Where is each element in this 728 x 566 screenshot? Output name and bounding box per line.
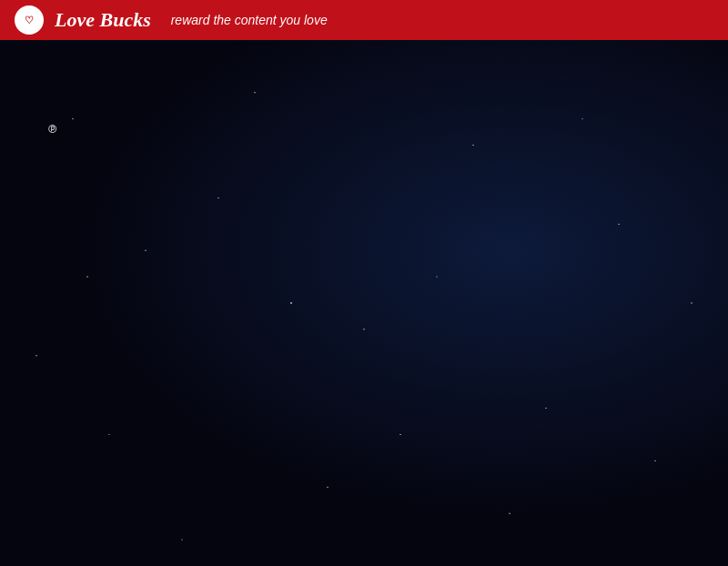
- logo-text: Love Bucks: [55, 8, 151, 32]
- lb-logo-4: ⓟ: [48, 124, 56, 136]
- main-content: Select Button Style ⓟ Love 93: [0, 40, 728, 566]
- starfield-bg: [0, 40, 728, 566]
- app-header: ♡ Love Bucks reward the content you love: [0, 0, 728, 40]
- logo-area: ♡ Love Bucks reward the content you love: [15, 5, 328, 35]
- svg-text:♡: ♡: [25, 15, 34, 25]
- tagline: reward the content you love: [171, 13, 328, 27]
- logo-icon: ♡: [15, 5, 44, 35]
